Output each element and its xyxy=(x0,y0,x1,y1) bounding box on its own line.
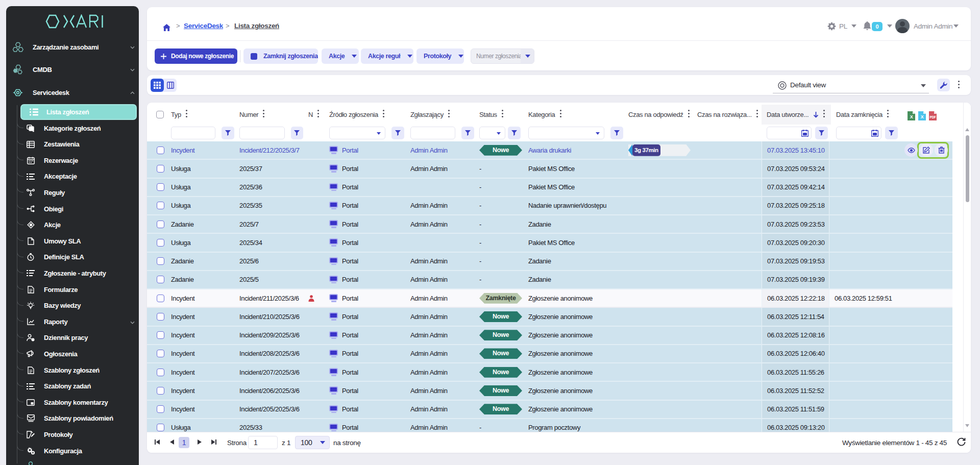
svg-text:PDF: PDF xyxy=(930,115,936,119)
svg-text:X: X xyxy=(910,114,913,119)
svg-text:X: X xyxy=(921,114,924,119)
